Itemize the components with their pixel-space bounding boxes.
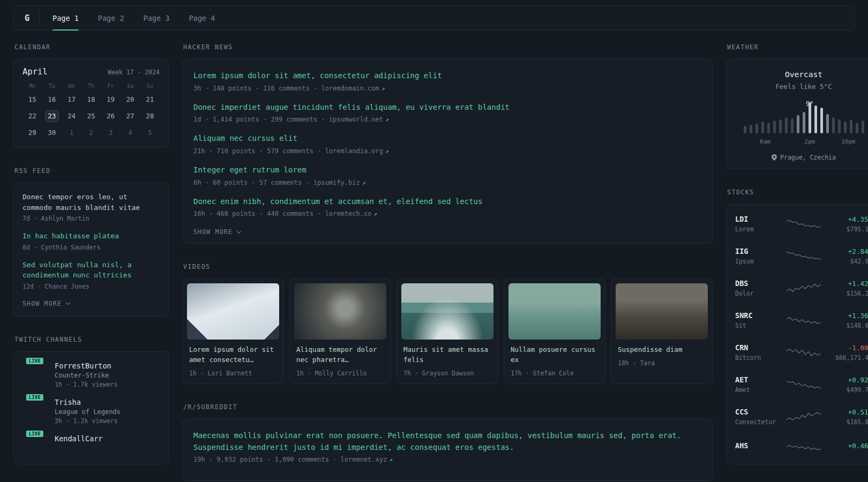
stocks-widget: STOCKS LDI Lorem +4.35% $795.18 — [726, 189, 868, 464]
calendar-week-year: Week 17 · 2024 — [108, 69, 160, 76]
news-item-link[interactable]: Lorem ipsum dolor sit amet, consectetur … — [193, 70, 701, 82]
rss-item-link[interactable]: In hac habitasse platea — [23, 231, 160, 242]
stock-sparkline — [784, 217, 823, 231]
hn-show-more-button[interactable]: SHOW MORE — [193, 227, 241, 236]
news-meta-text: 6h · 60 points · 57 comments · — [193, 179, 313, 186]
calendar-day: 3 — [101, 127, 121, 139]
rss-item-meta: 8d · Cynthia Saunders — [23, 244, 160, 251]
reddit-post-link[interactable]: Maecenas mollis pulvinar erat non posuer… — [193, 430, 701, 453]
stock-row[interactable]: SNRC Sit +1.36% $148.64 — [735, 304, 868, 336]
calendar-day: 17 — [62, 94, 81, 106]
app-logo: G — [25, 13, 39, 23]
rss-item-meta: 12d · Chance Jones — [23, 283, 160, 290]
weather-condition: Overcast — [735, 70, 868, 79]
live-badge: LIVE — [25, 357, 44, 365]
rss-item-link[interactable]: Sed volutpat nulla nisl, a condimentum n… — [23, 260, 160, 281]
channel-info: KendallCarr — [55, 434, 102, 445]
stock-sparkline — [784, 410, 823, 424]
external-link-icon: ↗ — [373, 210, 377, 217]
news-item-link[interactable]: Aliquam nec cursus elit — [193, 133, 701, 145]
live-badge: LIVE — [25, 430, 44, 438]
news-source: ipsumify.biz — [313, 179, 360, 186]
video-title: Mauris sit amet massa felis — [397, 344, 498, 365]
middle-column: HACKER NEWS Lorem ipsum dolor sit amet, … — [182, 43, 713, 482]
calendar-header: April Week 17 · 2024 — [23, 67, 160, 77]
temp-bar — [838, 119, 841, 133]
stock-row[interactable]: IIG Ipsum +2.84% $42.04 — [735, 240, 868, 272]
external-link-icon: ↗ — [381, 85, 385, 92]
temp-bar — [803, 112, 805, 133]
stock-change: +0.92% — [823, 376, 868, 384]
tab-page-1[interactable]: Page 1 — [53, 6, 79, 30]
calendar-dow-row: Mo Tu We Th Fr Sa Su — [23, 83, 160, 89]
video-card[interactable]: Aliquam tempor dolor nec pharetra… 1h · … — [289, 278, 391, 384]
calendar-day: 29 — [23, 127, 42, 139]
external-link-icon: ↗ — [385, 148, 389, 155]
calendar-day: 24 — [62, 110, 81, 122]
live-badge: LIVE — [25, 393, 44, 402]
video-card[interactable]: Lorem ipsum dolor sit amet consectetu… 1… — [182, 278, 284, 384]
stock-row[interactable]: LDI Lorem +4.35% $795.18 — [735, 208, 868, 240]
temp-bar — [785, 117, 788, 133]
stocks-widget-title: STOCKS — [727, 189, 868, 196]
rss-item-link[interactable]: Donec tempor eros leo, ut commodo mauris… — [23, 192, 160, 213]
news-item: Lorem ipsum dolor sit amet, consectetur … — [193, 70, 701, 92]
reddit-source: loremnet.xyz — [341, 456, 387, 463]
calendar-day: 28 — [140, 110, 160, 122]
twitch-widget: TWITCH CHANNELS LIVE ForrestBurton Count… — [13, 336, 169, 464]
temp-bar — [850, 119, 852, 133]
video-card[interactable]: Nullam posuere cursus ex 17h · Stefan Co… — [504, 278, 605, 384]
twitch-channel-row[interactable]: LIVE ForrestBurton Counter-Strike 1h · 1… — [23, 362, 160, 388]
chevron-down-icon — [237, 229, 241, 234]
weather-hourly-chart: 9° 6am 2pm 10pm — [744, 100, 864, 146]
stock-row[interactable]: AHS +0.46% — [735, 433, 868, 461]
tab-page-2[interactable]: Page 2 — [98, 6, 124, 30]
news-item-meta: 1d · 1,414 points · 299 comments · ipsum… — [193, 116, 701, 123]
location-pin-icon — [772, 154, 777, 161]
stock-change: +4.35% — [823, 215, 868, 223]
calendar-month: April — [23, 67, 48, 77]
calendar-day: 21 — [140, 94, 160, 106]
news-item-meta: 16h · 468 points · 440 comments · loremt… — [193, 210, 701, 217]
temp-bar — [773, 120, 776, 133]
video-meta: 17h · Stefan Cole — [504, 365, 605, 383]
stock-symbol: IIG — [735, 247, 784, 255]
location-text: Prague, Czechia — [780, 154, 836, 161]
news-item-link[interactable]: Donec enim nibh, condimentum et accumsan… — [193, 196, 701, 208]
external-link-icon: ↗ — [385, 116, 389, 123]
twitch-channel-row[interactable]: LIVE Trisha League of Legends 3h · 1.2k … — [23, 398, 160, 425]
stock-row[interactable]: CRN Bitcorn -1.00% $66,171.48 — [735, 336, 868, 368]
rss-show-more-button[interactable]: SHOW MORE — [23, 299, 70, 307]
video-card[interactable]: Suspendisse diam 18h · Tara — [611, 278, 713, 384]
news-item: Donec imperdiet augue tincidunt felis al… — [193, 102, 701, 124]
stock-row[interactable]: DBS Dolor +1.42% $156.28 — [735, 272, 868, 304]
video-title: Nullam posuere cursus ex — [504, 344, 605, 365]
chevron-down-icon — [66, 300, 70, 305]
twitch-channel-row[interactable]: LIVE KendallCarr — [23, 434, 160, 445]
stock-symbol: LDI — [735, 215, 784, 223]
stock-name: Bitcorn — [735, 354, 784, 362]
news-meta-text: 1d · 1,414 points · 299 comments · — [193, 116, 329, 123]
temp-bar — [755, 124, 758, 133]
stock-row[interactable]: CCS Consectetur +0.51% $165.84 — [735, 401, 868, 433]
stock-values: +0.51% $165.84 — [823, 408, 868, 426]
calendar-card: April Week 17 · 2024 Mo Tu We Th Fr Sa S… — [13, 59, 169, 148]
news-item-link[interactable]: Integer eget rutrum lorem — [193, 164, 701, 176]
video-meta: 1h · Lori Barnett — [183, 365, 283, 383]
video-thumbnail — [187, 283, 279, 340]
news-item-link[interactable]: Donec imperdiet augue tincidunt felis al… — [193, 102, 701, 114]
hacker-news-widget-title: HACKER NEWS — [183, 43, 713, 51]
external-link-icon: ↗ — [389, 456, 393, 463]
video-meta: 1h · Molly Carrillo — [290, 365, 391, 383]
tab-page-3[interactable]: Page 3 — [144, 6, 170, 30]
temp-bar — [767, 123, 770, 133]
video-card[interactable]: Mauris sit amet massa felis 7h · Grayson… — [396, 278, 498, 384]
stock-name: Ipsum — [735, 258, 784, 265]
calendar-days-grid: 15 16 17 18 19 20 21 22 23 24 25 26 27 2… — [23, 94, 160, 139]
temp-bars — [744, 100, 864, 133]
rss-widget-title: RSS FEED — [14, 167, 169, 175]
stock-row[interactable]: AET Amet +0.92% $499.72 — [735, 368, 868, 401]
calendar-day: 27 — [121, 110, 140, 122]
tab-page-4[interactable]: Page 4 — [189, 6, 215, 30]
calendar-day: 5 — [140, 127, 160, 139]
